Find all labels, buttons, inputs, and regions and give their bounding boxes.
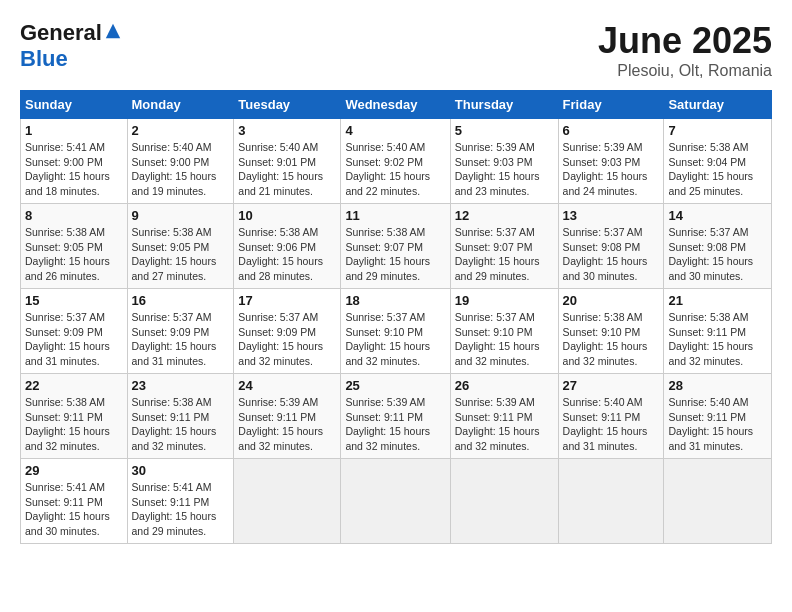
- day-detail: Sunrise: 5:37 AMSunset: 9:08 PMDaylight:…: [563, 225, 660, 284]
- day-number: 22: [25, 378, 123, 393]
- day-detail: Sunrise: 5:37 AMSunset: 9:09 PMDaylight:…: [25, 310, 123, 369]
- logo: General Blue: [20, 20, 122, 72]
- day-number: 20: [563, 293, 660, 308]
- day-detail: Sunrise: 5:38 AMSunset: 9:05 PMDaylight:…: [25, 225, 123, 284]
- day-detail: Sunrise: 5:40 AMSunset: 9:11 PMDaylight:…: [563, 395, 660, 454]
- day-detail: Sunrise: 5:37 AMSunset: 9:09 PMDaylight:…: [238, 310, 336, 369]
- day-number: 9: [132, 208, 230, 223]
- day-number: 14: [668, 208, 767, 223]
- calendar-cell: 28 Sunrise: 5:40 AMSunset: 9:11 PMDaylig…: [664, 374, 772, 459]
- calendar-table: Sunday Monday Tuesday Wednesday Thursday…: [20, 90, 772, 544]
- day-number: 25: [345, 378, 445, 393]
- day-detail: Sunrise: 5:39 AMSunset: 9:11 PMDaylight:…: [455, 395, 554, 454]
- page-header: General Blue June 2025 Plesoiu, Olt, Rom…: [20, 20, 772, 80]
- svg-marker-0: [106, 24, 120, 38]
- day-detail: Sunrise: 5:41 AMSunset: 9:11 PMDaylight:…: [25, 480, 123, 539]
- calendar-cell: 8 Sunrise: 5:38 AMSunset: 9:05 PMDayligh…: [21, 204, 128, 289]
- day-number: 7: [668, 123, 767, 138]
- day-detail: Sunrise: 5:38 AMSunset: 9:10 PMDaylight:…: [563, 310, 660, 369]
- calendar-cell: 7 Sunrise: 5:38 AMSunset: 9:04 PMDayligh…: [664, 119, 772, 204]
- title-block: June 2025 Plesoiu, Olt, Romania: [598, 20, 772, 80]
- day-detail: Sunrise: 5:39 AMSunset: 9:11 PMDaylight:…: [345, 395, 445, 454]
- calendar-cell: [450, 459, 558, 544]
- day-number: 2: [132, 123, 230, 138]
- day-detail: Sunrise: 5:39 AMSunset: 9:03 PMDaylight:…: [563, 140, 660, 199]
- day-number: 27: [563, 378, 660, 393]
- day-detail: Sunrise: 5:40 AMSunset: 9:01 PMDaylight:…: [238, 140, 336, 199]
- logo-general-text: General: [20, 20, 102, 46]
- calendar-cell: 20 Sunrise: 5:38 AMSunset: 9:10 PMDaylig…: [558, 289, 664, 374]
- day-number: 12: [455, 208, 554, 223]
- day-number: 5: [455, 123, 554, 138]
- calendar-cell: 25 Sunrise: 5:39 AMSunset: 9:11 PMDaylig…: [341, 374, 450, 459]
- calendar-cell: [234, 459, 341, 544]
- calendar-cell: 2 Sunrise: 5:40 AMSunset: 9:00 PMDayligh…: [127, 119, 234, 204]
- calendar-cell: 16 Sunrise: 5:37 AMSunset: 9:09 PMDaylig…: [127, 289, 234, 374]
- calendar-title: June 2025: [598, 20, 772, 62]
- calendar-cell: 21 Sunrise: 5:38 AMSunset: 9:11 PMDaylig…: [664, 289, 772, 374]
- day-detail: Sunrise: 5:37 AMSunset: 9:10 PMDaylight:…: [345, 310, 445, 369]
- calendar-cell: 23 Sunrise: 5:38 AMSunset: 9:11 PMDaylig…: [127, 374, 234, 459]
- day-number: 3: [238, 123, 336, 138]
- calendar-cell: 15 Sunrise: 5:37 AMSunset: 9:09 PMDaylig…: [21, 289, 128, 374]
- col-thursday: Thursday: [450, 91, 558, 119]
- calendar-cell: [558, 459, 664, 544]
- day-detail: Sunrise: 5:38 AMSunset: 9:04 PMDaylight:…: [668, 140, 767, 199]
- calendar-cell: 11 Sunrise: 5:38 AMSunset: 9:07 PMDaylig…: [341, 204, 450, 289]
- day-number: 21: [668, 293, 767, 308]
- day-detail: Sunrise: 5:38 AMSunset: 9:06 PMDaylight:…: [238, 225, 336, 284]
- day-detail: Sunrise: 5:38 AMSunset: 9:11 PMDaylight:…: [668, 310, 767, 369]
- day-number: 17: [238, 293, 336, 308]
- day-number: 15: [25, 293, 123, 308]
- col-friday: Friday: [558, 91, 664, 119]
- day-detail: Sunrise: 5:38 AMSunset: 9:05 PMDaylight:…: [132, 225, 230, 284]
- day-number: 18: [345, 293, 445, 308]
- calendar-cell: 9 Sunrise: 5:38 AMSunset: 9:05 PMDayligh…: [127, 204, 234, 289]
- calendar-cell: 26 Sunrise: 5:39 AMSunset: 9:11 PMDaylig…: [450, 374, 558, 459]
- day-detail: Sunrise: 5:41 AMSunset: 9:00 PMDaylight:…: [25, 140, 123, 199]
- calendar-cell: 13 Sunrise: 5:37 AMSunset: 9:08 PMDaylig…: [558, 204, 664, 289]
- col-monday: Monday: [127, 91, 234, 119]
- logo-icon: [104, 22, 122, 40]
- calendar-cell: 17 Sunrise: 5:37 AMSunset: 9:09 PMDaylig…: [234, 289, 341, 374]
- calendar-cell: 27 Sunrise: 5:40 AMSunset: 9:11 PMDaylig…: [558, 374, 664, 459]
- calendar-cell: [664, 459, 772, 544]
- calendar-cell: 4 Sunrise: 5:40 AMSunset: 9:02 PMDayligh…: [341, 119, 450, 204]
- day-number: 30: [132, 463, 230, 478]
- day-number: 24: [238, 378, 336, 393]
- day-detail: Sunrise: 5:40 AMSunset: 9:02 PMDaylight:…: [345, 140, 445, 199]
- day-detail: Sunrise: 5:37 AMSunset: 9:09 PMDaylight:…: [132, 310, 230, 369]
- day-number: 29: [25, 463, 123, 478]
- calendar-cell: 6 Sunrise: 5:39 AMSunset: 9:03 PMDayligh…: [558, 119, 664, 204]
- calendar-cell: 1 Sunrise: 5:41 AMSunset: 9:00 PMDayligh…: [21, 119, 128, 204]
- day-number: 1: [25, 123, 123, 138]
- day-detail: Sunrise: 5:40 AMSunset: 9:00 PMDaylight:…: [132, 140, 230, 199]
- day-detail: Sunrise: 5:41 AMSunset: 9:11 PMDaylight:…: [132, 480, 230, 539]
- calendar-cell: 12 Sunrise: 5:37 AMSunset: 9:07 PMDaylig…: [450, 204, 558, 289]
- calendar-subtitle: Plesoiu, Olt, Romania: [598, 62, 772, 80]
- calendar-cell: 24 Sunrise: 5:39 AMSunset: 9:11 PMDaylig…: [234, 374, 341, 459]
- calendar-cell: 22 Sunrise: 5:38 AMSunset: 9:11 PMDaylig…: [21, 374, 128, 459]
- day-detail: Sunrise: 5:37 AMSunset: 9:07 PMDaylight:…: [455, 225, 554, 284]
- day-number: 4: [345, 123, 445, 138]
- day-detail: Sunrise: 5:39 AMSunset: 9:03 PMDaylight:…: [455, 140, 554, 199]
- day-detail: Sunrise: 5:38 AMSunset: 9:11 PMDaylight:…: [25, 395, 123, 454]
- calendar-cell: 19 Sunrise: 5:37 AMSunset: 9:10 PMDaylig…: [450, 289, 558, 374]
- calendar-cell: 29 Sunrise: 5:41 AMSunset: 9:11 PMDaylig…: [21, 459, 128, 544]
- calendar-cell: [341, 459, 450, 544]
- day-detail: Sunrise: 5:39 AMSunset: 9:11 PMDaylight:…: [238, 395, 336, 454]
- day-detail: Sunrise: 5:38 AMSunset: 9:07 PMDaylight:…: [345, 225, 445, 284]
- calendar-cell: 30 Sunrise: 5:41 AMSunset: 9:11 PMDaylig…: [127, 459, 234, 544]
- calendar-cell: 5 Sunrise: 5:39 AMSunset: 9:03 PMDayligh…: [450, 119, 558, 204]
- day-number: 26: [455, 378, 554, 393]
- calendar-cell: 14 Sunrise: 5:37 AMSunset: 9:08 PMDaylig…: [664, 204, 772, 289]
- day-number: 11: [345, 208, 445, 223]
- day-number: 28: [668, 378, 767, 393]
- day-number: 19: [455, 293, 554, 308]
- col-saturday: Saturday: [664, 91, 772, 119]
- logo-blue-text: Blue: [20, 46, 68, 72]
- day-number: 23: [132, 378, 230, 393]
- calendar-cell: 18 Sunrise: 5:37 AMSunset: 9:10 PMDaylig…: [341, 289, 450, 374]
- day-detail: Sunrise: 5:38 AMSunset: 9:11 PMDaylight:…: [132, 395, 230, 454]
- calendar-cell: 3 Sunrise: 5:40 AMSunset: 9:01 PMDayligh…: [234, 119, 341, 204]
